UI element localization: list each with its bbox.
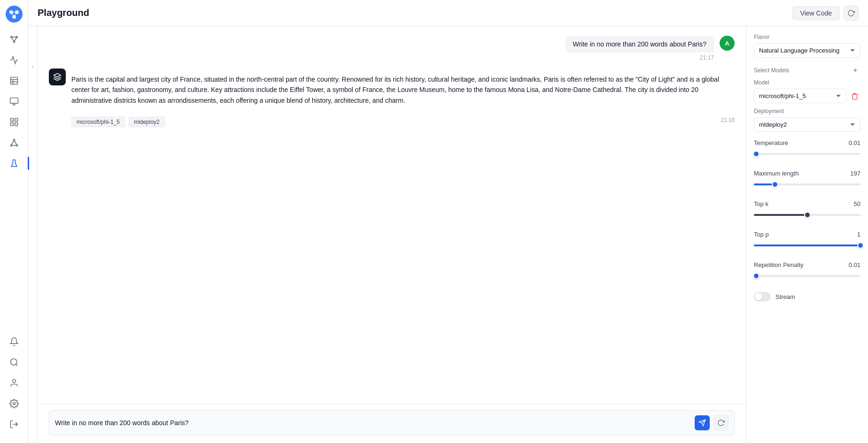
- message-assistant: Paris is the capital and largest city of…: [49, 69, 735, 127]
- repetition-penalty-section: Repetition Penalty 0.01: [754, 261, 860, 284]
- max-length-label: Maximum length: [754, 170, 798, 177]
- chat-input-wrapper: [49, 410, 735, 435]
- stream-row: Stream: [754, 292, 860, 301]
- max-length-thumb[interactable]: [772, 181, 778, 188]
- svg-point-31: [10, 359, 16, 365]
- svg-point-26: [16, 145, 17, 146]
- message-footer: microsoft/phi-1_5 mldeploy2 21:18: [71, 113, 735, 127]
- temperature-slider[interactable]: [754, 149, 860, 159]
- sidebar-item-table[interactable]: [5, 71, 23, 90]
- top-p-fill: [754, 244, 860, 246]
- top-p-label: Top p: [754, 231, 769, 238]
- main-wrapper: Playground View Code Write in no m: [28, 0, 868, 443]
- top-p-section: Top p 1: [754, 231, 860, 254]
- sidebar-item-settings[interactable]: [5, 394, 23, 413]
- repetition-penalty-thumb[interactable]: [753, 273, 760, 279]
- temperature-row: Temperature 0.01: [754, 139, 860, 146]
- chat-input-area: [38, 404, 746, 443]
- sidebar-bottom: [5, 332, 23, 434]
- svg-point-24: [13, 139, 15, 141]
- toggle-knob: [755, 293, 762, 300]
- flavor-section: Flavor Natural Language Processing: [754, 34, 860, 58]
- top-k-label: Top k: [754, 200, 768, 207]
- svg-point-34: [13, 403, 15, 405]
- max-length-section: Maximum length 197: [754, 170, 860, 193]
- sidebar-item-monitor[interactable]: [5, 92, 23, 111]
- send-button[interactable]: [695, 415, 710, 430]
- right-panel: Flavor Natural Language Processing Selec…: [746, 26, 868, 443]
- repetition-penalty-row: Repetition Penalty 0.01: [754, 261, 860, 268]
- model-row: microsoft/phi-1_5: [754, 89, 860, 103]
- svg-point-0: [6, 6, 23, 23]
- model-select[interactable]: microsoft/phi-1_5: [754, 89, 846, 103]
- repetition-penalty-slider[interactable]: [754, 271, 860, 281]
- top-k-value: 50: [854, 200, 860, 207]
- refresh-header-button[interactable]: [844, 6, 859, 21]
- svg-rect-17: [10, 98, 18, 104]
- top-k-section: Top k 50: [754, 200, 860, 223]
- svg-line-11: [12, 38, 14, 41]
- view-code-button[interactable]: View Code: [792, 6, 840, 20]
- assistant-message-content: Paris is the capital and largest city of…: [71, 69, 735, 127]
- chat-input[interactable]: [55, 419, 691, 427]
- svg-line-12: [14, 38, 16, 41]
- sidebar-item-search[interactable]: [5, 353, 23, 372]
- deployment-label: Deployment: [754, 108, 860, 115]
- svg-point-33: [12, 380, 16, 383]
- message-tags: microsoft/phi-1_5 mldeploy2: [71, 117, 165, 127]
- sidebar-item-bell[interactable]: [5, 332, 23, 351]
- top-p-row: Top p 1: [754, 231, 860, 238]
- page-title: Playground: [38, 8, 89, 18]
- select-models-section: Select Models + Model microsoft/phi-1_5: [754, 65, 860, 132]
- select-models-label: Select Models: [754, 67, 789, 74]
- top-k-slider[interactable]: [754, 210, 860, 220]
- refresh-input-button[interactable]: [713, 415, 728, 430]
- remove-model-button[interactable]: [849, 91, 860, 102]
- svg-rect-23: [15, 123, 17, 126]
- top-k-row: Top k 50: [754, 200, 860, 207]
- sidebar-item-nodes[interactable]: [5, 30, 23, 49]
- top-p-track: [754, 244, 860, 246]
- deployment-select[interactable]: mldeploy2: [754, 117, 860, 132]
- model-select-wrapper: microsoft/phi-1_5: [754, 89, 846, 103]
- assistant-avatar: [49, 69, 66, 85]
- flavor-select[interactable]: Natural Language Processing: [754, 43, 860, 58]
- svg-point-25: [10, 145, 12, 146]
- sidebar-item-grid[interactable]: [5, 113, 23, 131]
- temperature-thumb[interactable]: [753, 151, 760, 157]
- max-length-slider[interactable]: [754, 180, 860, 189]
- chat-area: Write in no more than 200 words about Pa…: [38, 26, 746, 443]
- svg-line-28: [14, 141, 17, 145]
- sidebar-item-chart[interactable]: [5, 51, 23, 69]
- assistant-message-text: Paris is the capital and largest city of…: [71, 69, 735, 111]
- top-k-fill: [754, 214, 807, 216]
- user-avatar: A: [720, 36, 735, 51]
- sidebar: [0, 0, 28, 443]
- temperature-label: Temperature: [754, 139, 788, 146]
- top-k-thumb[interactable]: [804, 212, 811, 218]
- svg-line-27: [11, 141, 14, 145]
- tag-model: microsoft/phi-1_5: [71, 117, 125, 127]
- header-actions: View Code: [792, 6, 859, 21]
- user-message-text: Write in no more than 200 words about Pa…: [565, 36, 714, 53]
- svg-rect-20: [10, 119, 13, 122]
- model-label: Model: [754, 79, 860, 86]
- sidebar-item-user[interactable]: [5, 374, 23, 392]
- app-logo[interactable]: [6, 6, 23, 23]
- top-p-thumb[interactable]: [857, 242, 864, 249]
- sidebar-item-logout[interactable]: [5, 415, 23, 434]
- collapse-button[interactable]: [28, 26, 38, 443]
- content-area: Write in no more than 200 words about Pa…: [28, 26, 868, 443]
- header: Playground View Code: [28, 0, 868, 26]
- svg-line-32: [16, 364, 17, 366]
- sidebar-item-network[interactable]: [5, 133, 23, 152]
- repetition-penalty-value: 0.01: [849, 261, 860, 268]
- repetition-penalty-track: [754, 275, 860, 277]
- add-model-button[interactable]: +: [850, 65, 860, 76]
- temperature-value: 0.01: [849, 139, 860, 146]
- flavor-label: Flavor: [754, 34, 860, 40]
- stream-toggle[interactable]: [754, 292, 771, 301]
- top-p-slider[interactable]: [754, 241, 860, 250]
- sidebar-item-lab[interactable]: [5, 154, 23, 173]
- max-length-value: 197: [850, 170, 860, 177]
